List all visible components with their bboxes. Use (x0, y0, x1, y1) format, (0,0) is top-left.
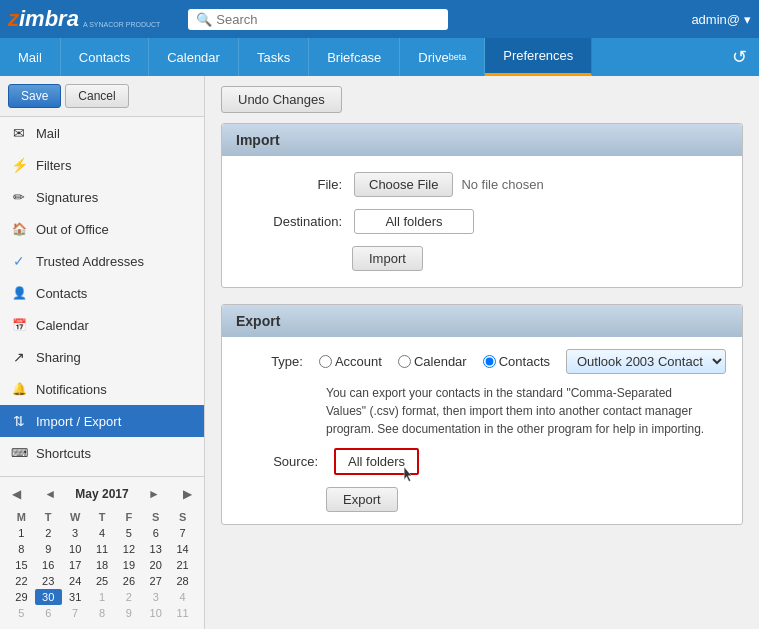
radio-account-input[interactable] (319, 355, 332, 368)
cal-day-header-s2: S (169, 509, 196, 525)
export-title: Export (222, 305, 742, 337)
calendar-day[interactable]: 23 (35, 573, 62, 589)
calendar-day[interactable]: 16 (35, 557, 62, 573)
undo-changes-button[interactable]: Undo Changes (221, 86, 342, 113)
radio-calendar[interactable]: Calendar (398, 354, 467, 369)
calendar-day[interactable]: 8 (8, 541, 35, 557)
sidebar-item-filters[interactable]: Filters (0, 149, 204, 181)
file-row: File: Choose File No file chosen (242, 172, 722, 197)
sidebar-item-mail[interactable]: Mail (0, 117, 204, 149)
calendar-day[interactable]: 9 (116, 605, 143, 621)
calendar-day[interactable]: 3 (62, 525, 89, 541)
calendar-day[interactable]: 28 (169, 573, 196, 589)
calendar-day[interactable]: 8 (89, 605, 116, 621)
calendar-day[interactable]: 13 (142, 541, 169, 557)
tab-mail[interactable]: Mail (0, 38, 61, 76)
calendar-day[interactable]: 4 (169, 589, 196, 605)
cancel-button[interactable]: Cancel (65, 84, 128, 108)
calendar-day[interactable]: 7 (169, 525, 196, 541)
calendar-day[interactable]: 30 (35, 589, 62, 605)
calendar-day[interactable]: 21 (169, 557, 196, 573)
sidebar-item-import-export[interactable]: Import / Export (0, 405, 204, 437)
calendar-day[interactable]: 14 (169, 541, 196, 557)
sidebar-item-zimlets[interactable]: Zimlets (0, 469, 204, 476)
main-layout: Save Cancel Mail Filters Signatures Out … (0, 76, 759, 629)
refresh-button[interactable]: ↺ (720, 38, 759, 76)
destination-selector[interactable]: All folders (354, 209, 474, 234)
calendar-day[interactable]: 20 (142, 557, 169, 573)
cal-prev-button[interactable]: ◄ (40, 485, 60, 503)
calendar-day[interactable]: 7 (62, 605, 89, 621)
tab-briefcase[interactable]: Briefcase (309, 38, 400, 76)
sidebar-item-contacts[interactable]: Contacts (0, 277, 204, 309)
calendar-day[interactable]: 24 (62, 573, 89, 589)
contacts-type-select[interactable]: Outlook 2003 Contacts CSV vCard (566, 349, 726, 374)
calendar-day[interactable]: 29 (8, 589, 35, 605)
export-description: You can export your contacts in the stan… (326, 384, 706, 438)
calendar-day[interactable]: 9 (35, 541, 62, 557)
export-panel: Export Type: Account Calendar Contacts (221, 304, 743, 525)
calendar-day[interactable]: 1 (8, 525, 35, 541)
calendar-day[interactable]: 17 (62, 557, 89, 573)
cal-day-header-t2: T (89, 509, 116, 525)
sidebar-item-sharing[interactable]: Sharing (0, 341, 204, 373)
save-button[interactable]: Save (8, 84, 61, 108)
sidebar-item-trusted[interactable]: Trusted Addresses (0, 245, 204, 277)
notifications-icon (10, 380, 28, 398)
cal-prev-prev-button[interactable]: ◀ (8, 485, 25, 503)
cal-day-header-m: M (8, 509, 35, 525)
tab-tasks[interactable]: Tasks (239, 38, 309, 76)
calendar-day[interactable]: 6 (142, 525, 169, 541)
radio-account[interactable]: Account (319, 354, 382, 369)
radio-contacts-input[interactable] (483, 355, 496, 368)
filters-icon (10, 156, 28, 174)
calendar-day[interactable]: 3 (142, 589, 169, 605)
user-dropdown-icon[interactable]: ▾ (744, 12, 751, 27)
sidebar-item-calendar[interactable]: Calendar (0, 309, 204, 341)
export-button[interactable]: Export (326, 487, 398, 512)
radio-contacts[interactable]: Contacts (483, 354, 550, 369)
calendar-day[interactable]: 22 (8, 573, 35, 589)
calendar-day[interactable]: 5 (8, 605, 35, 621)
calendar-day[interactable]: 27 (142, 573, 169, 589)
calendar-day[interactable]: 11 (169, 605, 196, 621)
calendar-day[interactable]: 19 (116, 557, 143, 573)
calendar-day[interactable]: 2 (35, 525, 62, 541)
sharing-icon (10, 348, 28, 366)
calendar-day[interactable]: 1 (89, 589, 116, 605)
import-body: File: Choose File No file chosen Destina… (222, 156, 742, 287)
tab-drive[interactable]: Drivebeta (400, 38, 485, 76)
sidebar-label-calendar: Calendar (36, 318, 89, 333)
calendar-day[interactable]: 26 (116, 573, 143, 589)
calendar-day[interactable]: 6 (35, 605, 62, 621)
calendar-day[interactable]: 2 (116, 589, 143, 605)
calendar-day[interactable]: 5 (116, 525, 143, 541)
tab-calendar[interactable]: Calendar (149, 38, 239, 76)
sidebar-label-notifications: Notifications (36, 382, 107, 397)
sidebar-buttons: Save Cancel (0, 76, 204, 117)
calendar-day[interactable]: 10 (62, 541, 89, 557)
choose-file-button[interactable]: Choose File (354, 172, 453, 197)
calendar-day[interactable]: 18 (89, 557, 116, 573)
sidebar-nav: Mail Filters Signatures Out of Office Tr… (0, 117, 204, 476)
calendar-day[interactable]: 11 (89, 541, 116, 557)
sidebar-item-notifications[interactable]: Notifications (0, 373, 204, 405)
calendar-day[interactable]: 12 (116, 541, 143, 557)
sidebar-item-out-of-office[interactable]: Out of Office (0, 213, 204, 245)
search-input[interactable] (216, 12, 440, 27)
calendar-day[interactable]: 4 (89, 525, 116, 541)
sidebar-item-signatures[interactable]: Signatures (0, 181, 204, 213)
tab-preferences[interactable]: Preferences (485, 38, 592, 76)
calendar-day[interactable]: 31 (62, 589, 89, 605)
type-row: Type: Account Calendar Contacts Outl (238, 349, 726, 374)
import-button[interactable]: Import (352, 246, 423, 271)
calendar-day[interactable]: 25 (89, 573, 116, 589)
cal-next-button[interactable]: ► (144, 485, 164, 503)
radio-calendar-input[interactable] (398, 355, 411, 368)
sidebar-item-shortcuts[interactable]: Shortcuts (0, 437, 204, 469)
calendar-day[interactable]: 15 (8, 557, 35, 573)
tab-contacts[interactable]: Contacts (61, 38, 149, 76)
cal-next-next-button[interactable]: ▶ (179, 485, 196, 503)
calendar-day[interactable]: 10 (142, 605, 169, 621)
contacts-icon (10, 284, 28, 302)
